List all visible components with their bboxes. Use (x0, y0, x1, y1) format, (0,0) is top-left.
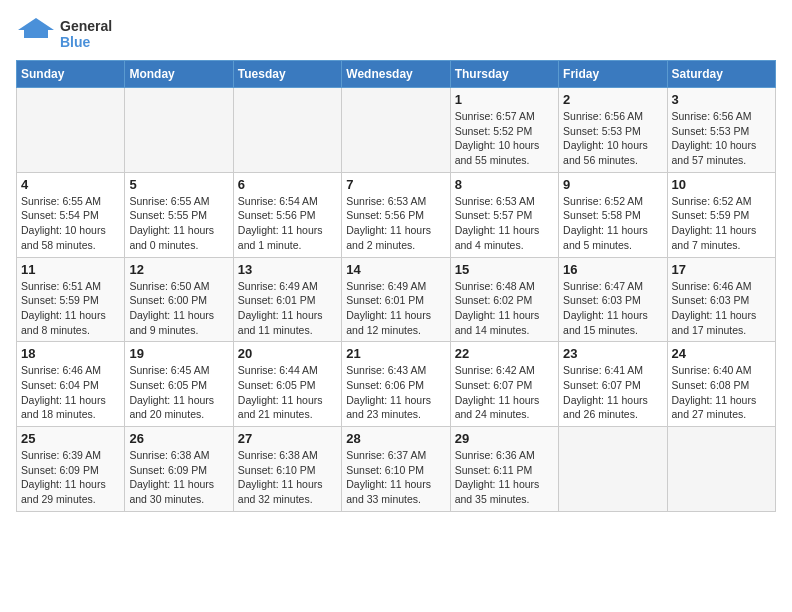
calendar-cell: 20Sunrise: 6:44 AM Sunset: 6:05 PM Dayli… (233, 342, 341, 427)
calendar-table: SundayMondayTuesdayWednesdayThursdayFrid… (16, 60, 776, 512)
calendar-cell: 23Sunrise: 6:41 AM Sunset: 6:07 PM Dayli… (559, 342, 667, 427)
calendar-week-row: 4Sunrise: 6:55 AM Sunset: 5:54 PM Daylig… (17, 172, 776, 257)
day-info: Sunrise: 6:40 AM Sunset: 6:08 PM Dayligh… (672, 363, 771, 422)
day-info: Sunrise: 6:38 AM Sunset: 6:10 PM Dayligh… (238, 448, 337, 507)
day-number: 20 (238, 346, 337, 361)
day-info: Sunrise: 6:56 AM Sunset: 5:53 PM Dayligh… (672, 109, 771, 168)
day-info: Sunrise: 6:45 AM Sunset: 6:05 PM Dayligh… (129, 363, 228, 422)
calendar-cell: 18Sunrise: 6:46 AM Sunset: 6:04 PM Dayli… (17, 342, 125, 427)
day-number: 8 (455, 177, 554, 192)
day-info: Sunrise: 6:50 AM Sunset: 6:00 PM Dayligh… (129, 279, 228, 338)
calendar-cell: 2Sunrise: 6:56 AM Sunset: 5:53 PM Daylig… (559, 88, 667, 173)
calendar-week-row: 25Sunrise: 6:39 AM Sunset: 6:09 PM Dayli… (17, 427, 776, 512)
day-info: Sunrise: 6:53 AM Sunset: 5:56 PM Dayligh… (346, 194, 445, 253)
calendar-cell: 3Sunrise: 6:56 AM Sunset: 5:53 PM Daylig… (667, 88, 775, 173)
calendar-week-row: 1Sunrise: 6:57 AM Sunset: 5:52 PM Daylig… (17, 88, 776, 173)
day-number: 23 (563, 346, 662, 361)
weekday-header: Thursday (450, 61, 558, 88)
day-number: 21 (346, 346, 445, 361)
day-info: Sunrise: 6:56 AM Sunset: 5:53 PM Dayligh… (563, 109, 662, 168)
day-info: Sunrise: 6:54 AM Sunset: 5:56 PM Dayligh… (238, 194, 337, 253)
day-info: Sunrise: 6:42 AM Sunset: 6:07 PM Dayligh… (455, 363, 554, 422)
weekday-header: Sunday (17, 61, 125, 88)
calendar-cell (559, 427, 667, 512)
calendar-cell: 19Sunrise: 6:45 AM Sunset: 6:05 PM Dayli… (125, 342, 233, 427)
calendar-cell: 25Sunrise: 6:39 AM Sunset: 6:09 PM Dayli… (17, 427, 125, 512)
calendar-cell: 11Sunrise: 6:51 AM Sunset: 5:59 PM Dayli… (17, 257, 125, 342)
day-info: Sunrise: 6:49 AM Sunset: 6:01 PM Dayligh… (238, 279, 337, 338)
calendar-cell: 5Sunrise: 6:55 AM Sunset: 5:55 PM Daylig… (125, 172, 233, 257)
header-row: SundayMondayTuesdayWednesdayThursdayFrid… (17, 61, 776, 88)
calendar-cell: 4Sunrise: 6:55 AM Sunset: 5:54 PM Daylig… (17, 172, 125, 257)
calendar-cell: 21Sunrise: 6:43 AM Sunset: 6:06 PM Dayli… (342, 342, 450, 427)
calendar-cell: 9Sunrise: 6:52 AM Sunset: 5:58 PM Daylig… (559, 172, 667, 257)
day-info: Sunrise: 6:57 AM Sunset: 5:52 PM Dayligh… (455, 109, 554, 168)
calendar-week-row: 11Sunrise: 6:51 AM Sunset: 5:59 PM Dayli… (17, 257, 776, 342)
day-number: 4 (21, 177, 120, 192)
calendar-cell: 1Sunrise: 6:57 AM Sunset: 5:52 PM Daylig… (450, 88, 558, 173)
calendar-cell: 10Sunrise: 6:52 AM Sunset: 5:59 PM Dayli… (667, 172, 775, 257)
day-info: Sunrise: 6:36 AM Sunset: 6:11 PM Dayligh… (455, 448, 554, 507)
day-info: Sunrise: 6:55 AM Sunset: 5:54 PM Dayligh… (21, 194, 120, 253)
logo: GeneralBlue (16, 16, 112, 52)
logo-svg (16, 16, 56, 52)
calendar-cell: 6Sunrise: 6:54 AM Sunset: 5:56 PM Daylig… (233, 172, 341, 257)
calendar-cell: 16Sunrise: 6:47 AM Sunset: 6:03 PM Dayli… (559, 257, 667, 342)
day-info: Sunrise: 6:52 AM Sunset: 5:58 PM Dayligh… (563, 194, 662, 253)
day-info: Sunrise: 6:37 AM Sunset: 6:10 PM Dayligh… (346, 448, 445, 507)
day-info: Sunrise: 6:53 AM Sunset: 5:57 PM Dayligh… (455, 194, 554, 253)
calendar-cell: 29Sunrise: 6:36 AM Sunset: 6:11 PM Dayli… (450, 427, 558, 512)
day-number: 29 (455, 431, 554, 446)
day-number: 16 (563, 262, 662, 277)
calendar-cell (125, 88, 233, 173)
day-info: Sunrise: 6:47 AM Sunset: 6:03 PM Dayligh… (563, 279, 662, 338)
day-number: 7 (346, 177, 445, 192)
day-number: 12 (129, 262, 228, 277)
day-number: 14 (346, 262, 445, 277)
day-number: 15 (455, 262, 554, 277)
day-info: Sunrise: 6:43 AM Sunset: 6:06 PM Dayligh… (346, 363, 445, 422)
calendar-body: 1Sunrise: 6:57 AM Sunset: 5:52 PM Daylig… (17, 88, 776, 512)
header: GeneralBlue (16, 16, 776, 52)
calendar-cell: 27Sunrise: 6:38 AM Sunset: 6:10 PM Dayli… (233, 427, 341, 512)
calendar-cell: 28Sunrise: 6:37 AM Sunset: 6:10 PM Dayli… (342, 427, 450, 512)
calendar-cell: 17Sunrise: 6:46 AM Sunset: 6:03 PM Dayli… (667, 257, 775, 342)
day-number: 6 (238, 177, 337, 192)
calendar-cell: 14Sunrise: 6:49 AM Sunset: 6:01 PM Dayli… (342, 257, 450, 342)
day-info: Sunrise: 6:52 AM Sunset: 5:59 PM Dayligh… (672, 194, 771, 253)
day-number: 22 (455, 346, 554, 361)
day-info: Sunrise: 6:38 AM Sunset: 6:09 PM Dayligh… (129, 448, 228, 507)
calendar-cell: 13Sunrise: 6:49 AM Sunset: 6:01 PM Dayli… (233, 257, 341, 342)
calendar-cell: 12Sunrise: 6:50 AM Sunset: 6:00 PM Dayli… (125, 257, 233, 342)
calendar-cell: 7Sunrise: 6:53 AM Sunset: 5:56 PM Daylig… (342, 172, 450, 257)
day-info: Sunrise: 6:46 AM Sunset: 6:03 PM Dayligh… (672, 279, 771, 338)
day-number: 17 (672, 262, 771, 277)
day-number: 10 (672, 177, 771, 192)
calendar-week-row: 18Sunrise: 6:46 AM Sunset: 6:04 PM Dayli… (17, 342, 776, 427)
day-number: 5 (129, 177, 228, 192)
calendar-cell: 15Sunrise: 6:48 AM Sunset: 6:02 PM Dayli… (450, 257, 558, 342)
weekday-header: Saturday (667, 61, 775, 88)
day-number: 28 (346, 431, 445, 446)
svg-marker-0 (18, 18, 54, 38)
day-number: 27 (238, 431, 337, 446)
calendar-cell (233, 88, 341, 173)
calendar-cell: 8Sunrise: 6:53 AM Sunset: 5:57 PM Daylig… (450, 172, 558, 257)
calendar-cell: 26Sunrise: 6:38 AM Sunset: 6:09 PM Dayli… (125, 427, 233, 512)
day-number: 11 (21, 262, 120, 277)
day-info: Sunrise: 6:41 AM Sunset: 6:07 PM Dayligh… (563, 363, 662, 422)
calendar-header: SundayMondayTuesdayWednesdayThursdayFrid… (17, 61, 776, 88)
calendar-cell (667, 427, 775, 512)
day-number: 26 (129, 431, 228, 446)
day-number: 9 (563, 177, 662, 192)
day-info: Sunrise: 6:48 AM Sunset: 6:02 PM Dayligh… (455, 279, 554, 338)
day-number: 25 (21, 431, 120, 446)
day-info: Sunrise: 6:46 AM Sunset: 6:04 PM Dayligh… (21, 363, 120, 422)
day-number: 24 (672, 346, 771, 361)
day-number: 3 (672, 92, 771, 107)
day-info: Sunrise: 6:55 AM Sunset: 5:55 PM Dayligh… (129, 194, 228, 253)
day-info: Sunrise: 6:44 AM Sunset: 6:05 PM Dayligh… (238, 363, 337, 422)
day-number: 1 (455, 92, 554, 107)
day-info: Sunrise: 6:51 AM Sunset: 5:59 PM Dayligh… (21, 279, 120, 338)
calendar-cell (17, 88, 125, 173)
